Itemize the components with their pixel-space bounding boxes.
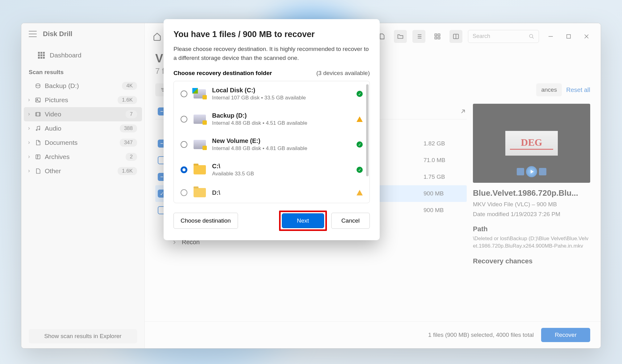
device-count: (3 devices available): [316, 70, 370, 77]
destination-item[interactable]: Local Disk (C:) Internal 107 GB disk • 3…: [174, 81, 369, 107]
destination-item[interactable]: New Volume (E:) Internal 4.88 GB disk • …: [174, 132, 369, 157]
next-button[interactable]: Next: [282, 213, 324, 228]
drive-icon: [194, 140, 206, 149]
radio-button[interactable]: [181, 189, 187, 196]
highlight-annotation: Next: [279, 211, 327, 231]
cancel-button[interactable]: Cancel: [331, 213, 370, 229]
radio-button[interactable]: [181, 166, 187, 173]
status-ok-icon: ✓: [357, 167, 363, 173]
destination-item[interactable]: C:\ Available 33.5 GB ✓: [174, 157, 369, 182]
folder-icon: [194, 188, 206, 197]
status-ok-icon: ✓: [357, 141, 363, 148]
radio-button[interactable]: [181, 90, 187, 97]
scrollbar[interactable]: [366, 84, 369, 176]
radio-button[interactable]: [181, 141, 187, 148]
destination-item[interactable]: Backup (D:) Internal 4.88 GB disk • 4.51…: [174, 107, 369, 132]
drive-icon: [194, 115, 206, 124]
status-warning-icon: [357, 190, 363, 195]
radio-button[interactable]: [181, 116, 187, 123]
status-warning-icon: [357, 116, 363, 122]
modal-title: You have 1 files / 900 MB to recover: [173, 30, 370, 39]
status-ok-icon: ✓: [357, 91, 363, 97]
destination-item[interactable]: D:\: [174, 182, 369, 203]
folder-icon: [194, 165, 206, 174]
destination-subtitle: Choose recovery destination folder: [173, 70, 272, 77]
modal-description: Please choose recovery destination. It i…: [173, 45, 370, 62]
recovery-destination-modal: You have 1 files / 900 MB to recover Ple…: [164, 19, 380, 240]
destination-list: Local Disk (C:) Internal 107 GB disk • 3…: [173, 81, 370, 203]
choose-destination-button[interactable]: Choose destination: [173, 213, 238, 229]
drive-icon: [194, 89, 206, 98]
